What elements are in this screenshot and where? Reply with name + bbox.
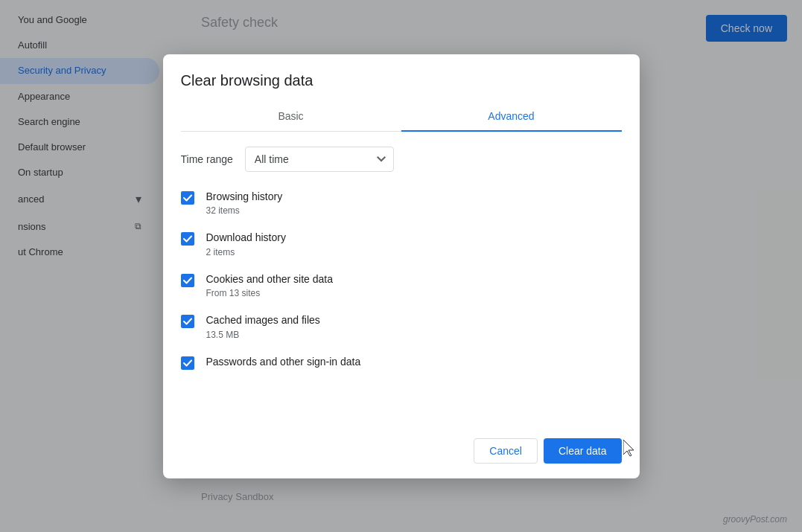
checkbox-label: Passwords and other sign-in data: [206, 355, 616, 370]
checkbox-sublabel: 2 items: [206, 247, 616, 257]
clear-browsing-data-dialog: Clear browsing data Basic Advanced Time …: [163, 54, 640, 478]
checkbox-item-cookies: Cookies and other site data From 13 site…: [181, 272, 616, 299]
checkmark-icon: [183, 193, 192, 202]
checkbox-sublabel: 13.5 MB: [206, 330, 616, 340]
checkbox-label: Cookies and other site data: [206, 272, 616, 287]
checkbox-cookies[interactable]: [181, 274, 194, 287]
clear-data-button[interactable]: Clear data: [544, 438, 622, 464]
checkmark-icon: [183, 359, 192, 368]
tab-advanced[interactable]: Advanced: [401, 101, 622, 131]
checkbox-label: Cached images and files: [206, 313, 616, 328]
checkbox-item-cached: Cached images and files 13.5 MB: [181, 313, 616, 340]
checkbox-label: Download history: [206, 231, 616, 246]
checkbox-text-passwords: Passwords and other sign-in data: [206, 355, 616, 370]
cancel-button[interactable]: Cancel: [474, 438, 538, 464]
checkbox-label: Browsing history: [206, 190, 616, 205]
checkmark-icon: [183, 276, 192, 285]
time-range-select[interactable]: Last hourLast 24 hoursLast 7 daysLast 4 …: [245, 147, 394, 172]
checkbox-item-download-history: Download history 2 items: [181, 231, 616, 257]
modal-overlay: Clear browsing data Basic Advanced Time …: [0, 0, 802, 532]
dialog-body: Time range Last hourLast 24 hoursLast 7 …: [163, 132, 640, 429]
checkbox-text-cookies: Cookies and other site data From 13 site…: [206, 272, 616, 299]
checkbox-passwords[interactable]: [181, 356, 194, 370]
dialog-footer: Cancel Clear data: [163, 429, 640, 478]
dialog-title: Clear browsing data: [181, 72, 622, 89]
checkmark-icon: [183, 317, 192, 326]
tab-basic[interactable]: Basic: [181, 101, 401, 131]
time-range-row: Time range Last hourLast 24 hoursLast 7 …: [181, 147, 616, 172]
time-range-label: Time range: [181, 153, 233, 165]
checkbox-download-history[interactable]: [181, 232, 194, 246]
checkbox-sublabel: From 13 sites: [206, 288, 616, 298]
dialog-scroll-area[interactable]: Time range Last hourLast 24 hoursLast 7 …: [181, 147, 622, 414]
dialog-header: Clear browsing data Basic Advanced: [163, 54, 640, 132]
checkbox-sublabel: 32 items: [206, 205, 616, 216]
checkbox-text-browsing-history: Browsing history 32 items: [206, 190, 616, 217]
checkbox-text-download-history: Download history 2 items: [206, 231, 616, 257]
checkmark-icon: [183, 234, 192, 243]
checkbox-item-passwords: Passwords and other sign-in data: [181, 355, 616, 370]
checkbox-cached[interactable]: [181, 315, 194, 328]
tab-bar: Basic Advanced: [181, 101, 622, 132]
checkbox-item-browsing-history: Browsing history 32 items: [181, 190, 616, 217]
checkbox-text-cached: Cached images and files 13.5 MB: [206, 313, 616, 340]
checkbox-browsing-history[interactable]: [181, 191, 194, 205]
